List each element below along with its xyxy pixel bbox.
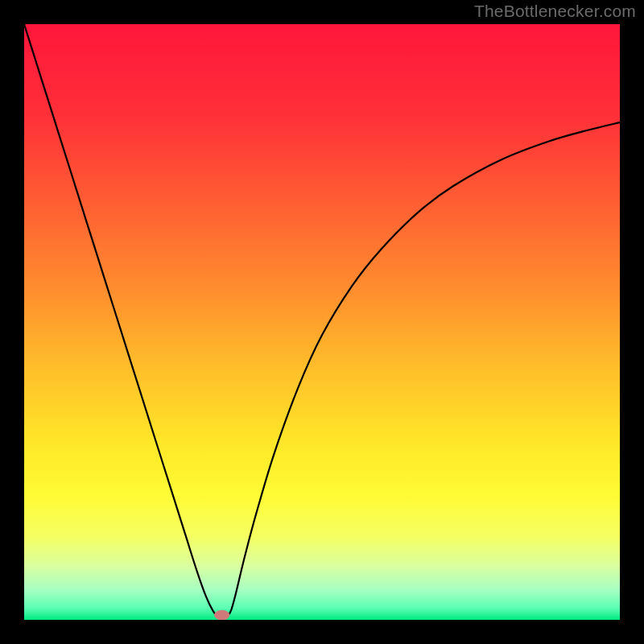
- watermark-text: TheBottlenecker.com: [474, 2, 636, 21]
- optimal-marker: [214, 610, 229, 620]
- plot-area: [24, 24, 620, 620]
- gradient-background: [24, 24, 620, 620]
- bottleneck-chart: [24, 24, 620, 620]
- chart-frame: TheBottlenecker.com: [0, 0, 644, 644]
